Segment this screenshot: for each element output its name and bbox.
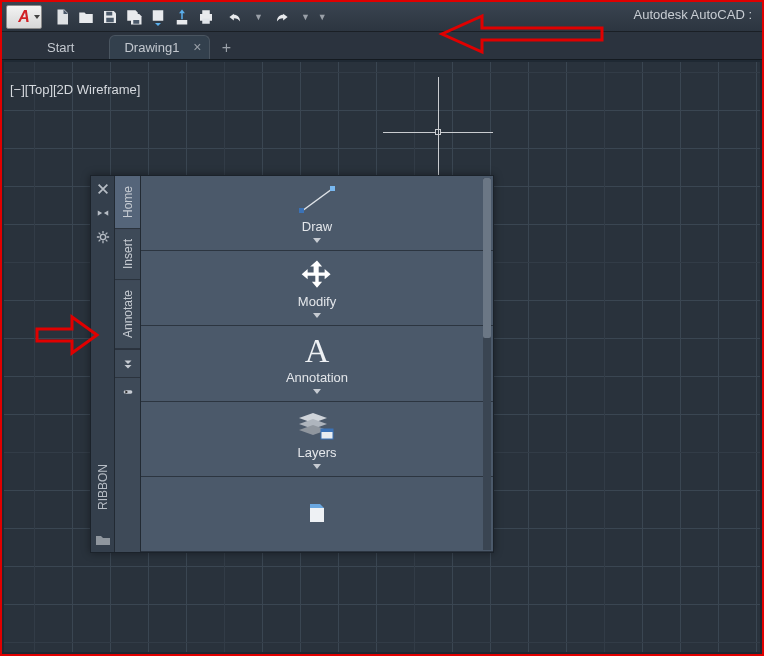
open-file-button[interactable] bbox=[76, 7, 96, 27]
panel-expand-icon[interactable] bbox=[313, 464, 321, 469]
ribbon-tab-label: Home bbox=[121, 186, 135, 218]
palette-title-bar[interactable]: RIBBON bbox=[91, 176, 115, 552]
ribbon-tab-strip: Home Insert Annotate bbox=[115, 176, 141, 552]
application-menu-button[interactable]: A bbox=[6, 5, 42, 29]
palette-title: RIBBON bbox=[96, 464, 110, 510]
new-file-button[interactable] bbox=[52, 7, 72, 27]
ribbon-panel-modify[interactable]: Modify bbox=[141, 251, 493, 326]
panel-expand-icon[interactable] bbox=[313, 238, 321, 243]
ribbon-tab-more-1[interactable] bbox=[115, 349, 140, 377]
scrollbar-thumb[interactable] bbox=[483, 178, 491, 338]
close-icon[interactable]: × bbox=[193, 40, 201, 54]
redo-button[interactable] bbox=[267, 7, 297, 27]
ribbon-tab-label: Annotate bbox=[121, 290, 135, 338]
cloud-open-button[interactable] bbox=[148, 7, 168, 27]
ribbon-panel-layers[interactable]: Layers bbox=[141, 402, 493, 477]
line-tool-icon bbox=[294, 183, 340, 217]
qat-customize-dropdown-icon[interactable]: ▼ bbox=[318, 12, 327, 22]
svg-point-8 bbox=[100, 234, 105, 239]
autocad-logo-icon: A bbox=[18, 8, 30, 26]
svg-rect-4 bbox=[177, 20, 188, 25]
block-icon bbox=[302, 504, 332, 524]
svg-rect-2 bbox=[133, 20, 139, 24]
new-tab-button[interactable]: + bbox=[214, 37, 238, 59]
panel-expand-icon[interactable] bbox=[313, 313, 321, 318]
svg-rect-3 bbox=[153, 10, 164, 21]
chevron-down-icon bbox=[34, 15, 40, 19]
tab-start[interactable]: Start bbox=[32, 35, 105, 59]
save-button[interactable] bbox=[100, 7, 120, 27]
undo-dropdown-icon[interactable]: ▼ bbox=[254, 12, 263, 22]
svg-line-10 bbox=[302, 189, 332, 211]
plot-button[interactable] bbox=[196, 7, 216, 27]
palette-properties-icon[interactable] bbox=[95, 532, 111, 544]
svg-rect-0 bbox=[106, 11, 112, 15]
ribbon-tab-label: Insert bbox=[121, 239, 135, 269]
window-title: Autodesk AutoCAD : bbox=[633, 7, 752, 22]
viewport-label[interactable]: [−][Top][2D Wireframe] bbox=[10, 82, 140, 97]
svg-rect-14 bbox=[321, 429, 333, 432]
move-tool-icon bbox=[297, 258, 337, 292]
ribbon-tab-annotate[interactable]: Annotate bbox=[115, 280, 140, 349]
panel-label: Layers bbox=[297, 445, 336, 460]
document-tabs: Start Drawing1 × + bbox=[2, 32, 762, 60]
ribbon-tab-more-2[interactable] bbox=[115, 377, 140, 405]
layers-icon bbox=[297, 409, 337, 443]
svg-rect-12 bbox=[330, 186, 335, 191]
svg-rect-6 bbox=[202, 10, 210, 14]
tab-label: Start bbox=[47, 40, 74, 55]
palette-close-icon[interactable] bbox=[96, 182, 110, 196]
palette-settings-icon[interactable] bbox=[96, 230, 110, 244]
ribbon-palette: RIBBON Home Insert Annotate Draw bbox=[90, 175, 494, 553]
ribbon-panel-draw[interactable]: Draw bbox=[141, 176, 493, 251]
svg-rect-15 bbox=[310, 508, 324, 522]
crosshair-cursor bbox=[438, 132, 439, 133]
panel-label: Annotation bbox=[286, 370, 348, 385]
svg-rect-1 bbox=[106, 17, 114, 22]
ribbon-panel-annotation[interactable]: A Annotation bbox=[141, 326, 493, 401]
ribbon-tab-insert[interactable]: Insert bbox=[115, 229, 140, 280]
ribbon-panels: Draw Modify A Annotation bbox=[141, 176, 493, 552]
palette-dock-toggle-icon[interactable] bbox=[96, 206, 110, 220]
panel-label: Draw bbox=[302, 219, 332, 234]
ribbon-panel-next[interactable] bbox=[141, 477, 493, 552]
tab-drawing1[interactable]: Drawing1 × bbox=[109, 35, 210, 59]
svg-rect-7 bbox=[202, 18, 210, 23]
text-tool-icon: A bbox=[305, 334, 330, 368]
panel-expand-icon[interactable] bbox=[313, 389, 321, 394]
tab-label: Drawing1 bbox=[124, 40, 179, 55]
undo-button[interactable] bbox=[220, 7, 250, 27]
panel-label: Modify bbox=[298, 294, 336, 309]
svg-rect-11 bbox=[299, 208, 304, 213]
cloud-save-button[interactable] bbox=[172, 7, 192, 27]
ribbon-tab-home[interactable]: Home bbox=[115, 176, 140, 229]
redo-dropdown-icon[interactable]: ▼ bbox=[301, 12, 310, 22]
drawing-canvas[interactable]: [−][Top][2D Wireframe] RIBBON Home Inser… bbox=[4, 62, 760, 652]
panel-scrollbar[interactable] bbox=[483, 178, 491, 550]
save-as-button[interactable] bbox=[124, 7, 144, 27]
